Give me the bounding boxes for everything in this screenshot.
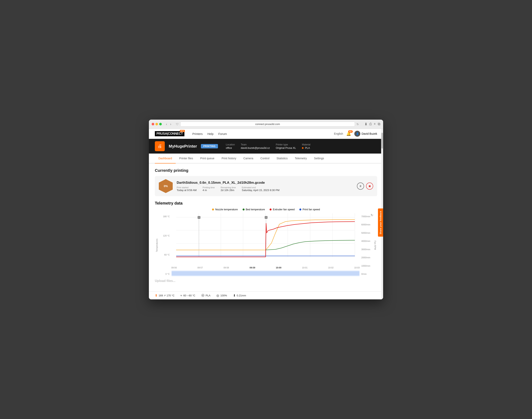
language-selector[interactable]: English — [334, 132, 343, 135]
nav-forum[interactable]: Forum — [218, 132, 227, 135]
partial-section: Upload files... — [155, 279, 377, 283]
currently-printing-title: Currently printing — [155, 168, 377, 173]
user-avatar: 👤 — [354, 131, 360, 137]
speed-icon: ◎ — [216, 294, 219, 297]
stop-button[interactable]: ⏹ — [366, 183, 373, 190]
tab-dashboard[interactable]: Dashboard — [155, 154, 176, 163]
job-info: DarthSidious_0.6n_0.15mm_PLA_XL_2d10h28m… — [177, 181, 353, 192]
job-name: DarthSidious_0.6n_0.15mm_PLA_XL_2d10h28m… — [177, 181, 353, 185]
tab-printer-files[interactable]: Printer files — [176, 154, 197, 163]
traffic-lights — [152, 123, 162, 125]
printer-status: PRINTING — [201, 144, 218, 148]
user-name: David Buzek — [361, 132, 377, 135]
legend-extruder-dot — [270, 209, 272, 210]
layer-status: ⬇ 0.21mm — [233, 294, 246, 297]
svg-text:i: i — [199, 216, 199, 218]
job-meta: Print started Today at 9:59 AM Printing … — [177, 186, 353, 192]
telemetry-title: Telemetry data — [155, 201, 377, 206]
y-ticks-left: 180 °C 120 °C 60 °C 0 °C — [160, 213, 171, 277]
tab-telemetry[interactable]: Telemetry — [291, 154, 311, 163]
chart-legend: Nozzle temperature Bed temperature Extru… — [155, 208, 377, 211]
feedback-button[interactable]: Share your feedback — [378, 209, 383, 237]
printer-thumbnail: 🖨 — [155, 141, 165, 151]
job-thumbnail: 0% — [159, 179, 173, 193]
svg-text:i: i — [266, 216, 266, 218]
print-job-card: 0% DarthSidious_0.6n_0.15mm_PLA_XL_2d10h… — [155, 176, 377, 196]
chart-wrapper: Temperatures 180 °C 120 °C 60 °C 0 °C — [155, 213, 377, 277]
printer-bar: 🖨 MyHugePrinter PRINTING Location office… — [149, 139, 383, 154]
meta-type: Printer type Original Prusa XL — [276, 143, 296, 149]
chart-body: i i — [171, 213, 360, 277]
logo-area: PRUSA|CONNECT BETA — [155, 131, 184, 136]
bed-icon: ≈ — [180, 294, 182, 297]
tab-statistics[interactable]: Statistics — [273, 154, 291, 163]
chart-svg: i i — [171, 213, 360, 265]
job-actions: ⏸ ⏹ — [357, 183, 373, 190]
chart-area: ↻ Temperatures 180 °C 120 °C 60 °C 0 °C — [155, 213, 377, 277]
printer-name: MyHugePrinter — [169, 144, 197, 149]
tab-settings[interactable]: Settings — [311, 154, 328, 163]
scrollbar-thumb[interactable] — [381, 133, 383, 149]
status-bar: ⬆ 169 ↗ 170 °C ≈ 60→60 °C ⦿ PLA ◎ 100% ⬇… — [149, 291, 383, 299]
y-ticks-right: 7000/min 6000/min 5000/min 4000/min 3000… — [360, 213, 372, 277]
meta-printing-time: Printing time 4 m — [203, 186, 215, 192]
chart-refresh-button[interactable]: ↻ — [371, 213, 373, 217]
meta-print-started: Print started Today at 9:59 AM — [177, 186, 196, 192]
legend-extruder: Extruder fan speed — [270, 208, 295, 211]
chart-scrollbar[interactable] — [171, 270, 360, 276]
header-right: English 🔔 99+ 👤 David Buzek — [334, 131, 377, 137]
material-icon: ⦿ — [201, 294, 205, 297]
chart-scrollbar-thumb[interactable] — [172, 271, 359, 275]
x-ticks: 09:56 09:57 09:58 09:59 10:00 10:01 10:0… — [171, 266, 360, 270]
nav-help[interactable]: Help — [207, 132, 214, 135]
browser-actions: ⬇ ⎙ + ⧉ — [365, 122, 380, 126]
minimize-button[interactable] — [155, 123, 158, 125]
tab-print-queue[interactable]: Print queue — [197, 154, 218, 163]
back-button[interactable]: ‹ — [165, 122, 168, 126]
printer-meta: Location office Team david.buzek@prusa3d… — [226, 143, 311, 149]
legend-nozzle: Nozzle temperature — [212, 208, 238, 211]
user-menu[interactable]: 👤 David Buzek — [354, 131, 377, 137]
legend-bed: Bed temperature — [243, 208, 265, 211]
nozzle-temp-status: ⬆ 169 ↗ 170 °C — [155, 294, 175, 297]
address-bar[interactable]: connect.prusa3d.com — [180, 122, 355, 127]
tab-print-history[interactable]: Print history — [218, 154, 240, 163]
page-tabs: Dashboard Printer files Print queue Prin… — [149, 154, 383, 163]
pause-button[interactable]: ⏸ — [357, 183, 364, 190]
y-right-label: Fan RPM — [373, 213, 377, 277]
main-content: Currently printing 0% DarthSidious_0.6n_… — [149, 163, 383, 291]
legend-bed-dot — [243, 209, 245, 210]
notif-count: 99+ — [348, 130, 353, 133]
close-button[interactable] — [152, 123, 154, 125]
meta-team: Team david.buzek@prusa3d.cz — [241, 143, 270, 149]
meta-location: Location office — [226, 143, 235, 149]
tab-control[interactable]: Control — [257, 154, 273, 163]
legend-print-fan-dot — [299, 209, 301, 210]
logo[interactable]: PRUSA|CONNECT BETA — [155, 131, 184, 136]
nav-printers[interactable]: Printers — [192, 132, 203, 135]
bed-temp-status: ≈ 60→60 °C — [180, 294, 195, 297]
nozzle-icon: ⬆ — [155, 294, 157, 297]
speed-status: ◎ 100% — [216, 294, 227, 297]
meta-estimated-end: Estimated end Saturday, April 15, 2023 8… — [242, 186, 279, 192]
main-nav: Printers Help Forum — [192, 132, 227, 135]
material-status: ⦿ PLA — [201, 294, 211, 297]
legend-print-fan: Print fan speed — [299, 208, 320, 211]
y-axis-label: Temperatures — [155, 213, 159, 277]
beta-badge: BETA — [180, 130, 185, 132]
fullscreen-button[interactable] — [159, 123, 162, 125]
app-header: PRUSA|CONNECT BETA Printers Help Forum E… — [149, 129, 383, 139]
layer-icon: ⬇ — [233, 294, 236, 297]
meta-remaining: Remaining time 2d 10h 26m — [221, 186, 236, 192]
material-dot — [302, 147, 303, 149]
telemetry-section: Telemetry data Nozzle temperature Bed te… — [155, 201, 377, 283]
forward-button[interactable]: › — [169, 122, 172, 126]
feedback-container: Share your feedback — [378, 209, 383, 237]
meta-material: Material PLA — [302, 143, 311, 149]
legend-nozzle-dot — [212, 209, 214, 210]
tab-camera[interactable]: Camera — [240, 154, 257, 163]
notifications-button[interactable]: 🔔 99+ — [346, 131, 351, 136]
